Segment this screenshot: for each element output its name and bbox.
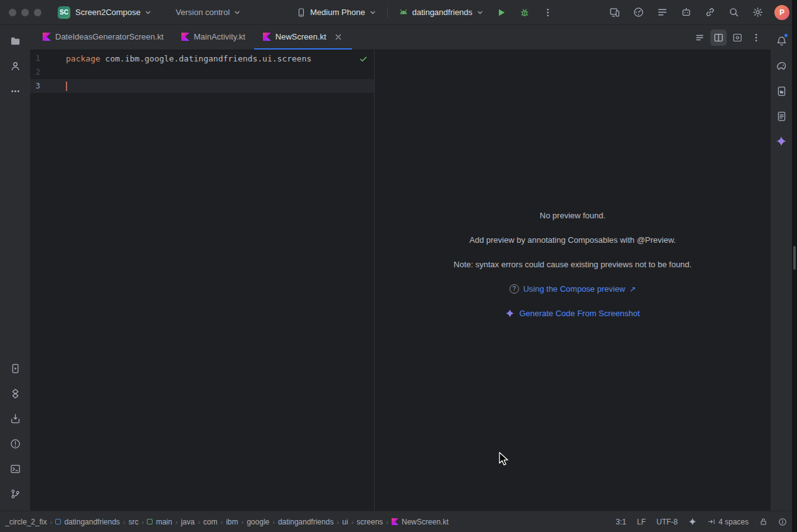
- breadcrumb-separator: ›: [351, 518, 354, 526]
- breadcrumb-item[interactable]: java: [181, 518, 195, 526]
- more-run-actions-button[interactable]: [537, 3, 559, 22]
- settings-button[interactable]: [747, 3, 768, 22]
- terminal-tool-button[interactable]: [4, 458, 26, 479]
- code-text: com.ibm.google.datingandfriends.ui.scree…: [100, 54, 312, 63]
- tab-mainactivity[interactable]: MainActivity.kt: [173, 25, 254, 50]
- inspections-status-button[interactable]: [359, 55, 368, 63]
- bug-icon: [520, 8, 530, 18]
- tab-label: NewScreen.kt: [275, 32, 326, 41]
- zoom-window-button[interactable]: [34, 9, 41, 16]
- code-lines-icon: [695, 33, 705, 43]
- run-configuration-selector[interactable]: datingandfriends: [393, 4, 489, 21]
- encoding-widget[interactable]: UTF-8: [656, 518, 678, 526]
- design-view-button[interactable]: [729, 29, 746, 46]
- running-devices-button[interactable]: [604, 3, 625, 22]
- ide-status-widget[interactable]: [778, 518, 787, 526]
- kebab-icon: [751, 33, 761, 43]
- device-explorer-tool-button[interactable]: [771, 80, 792, 102]
- line-number[interactable]: 1: [30, 54, 40, 63]
- gemini-star-icon: [776, 136, 787, 147]
- breadcrumb-item[interactable]: _circle_2_fix: [5, 518, 47, 526]
- generate-code-from-screenshot-link[interactable]: Generate Code From Screenshot: [505, 309, 639, 318]
- breadcrumb-item[interactable]: com: [203, 518, 218, 526]
- tab-dateideasgeneratorscreen[interactable]: DateIdeasGeneratorScreen.kt: [34, 25, 173, 50]
- indent-icon: [707, 518, 715, 526]
- editor-split: 1 package com.ibm.google.datingandfriend…: [30, 50, 771, 511]
- breadcrumb-label: screens: [356, 518, 383, 526]
- editor-tab-bar: DateIdeasGeneratorScreen.kt MainActivity…: [30, 25, 771, 50]
- device-manager-tool-button[interactable]: [771, 105, 792, 127]
- android-app-icon: [398, 8, 409, 18]
- line-number[interactable]: 2: [30, 68, 40, 77]
- code-view-button[interactable]: [692, 29, 708, 46]
- line-number[interactable]: 3: [30, 82, 40, 90]
- ai-assistant-button[interactable]: [675, 3, 697, 22]
- kebab-icon: [543, 8, 553, 18]
- breadcrumb-item[interactable]: datingandfriends: [55, 518, 120, 526]
- breadcrumb-item[interactable]: ibm: [226, 518, 238, 526]
- close-tab-button[interactable]: [333, 32, 343, 42]
- more-tool-windows-button[interactable]: [4, 80, 26, 102]
- breadcrumb-item[interactable]: datingandfriends: [278, 518, 334, 526]
- status-bar: _circle_2_fix › datingandfriends › src ›…: [0, 511, 797, 532]
- gemini-tool-button[interactable]: [771, 130, 792, 152]
- sparkle-icon: [688, 518, 697, 526]
- split-view-button[interactable]: [710, 29, 727, 46]
- project-badge: SC: [58, 6, 70, 19]
- notifications-button[interactable]: [771, 30, 792, 51]
- run-button[interactable]: [491, 3, 512, 22]
- toolbar-divider: [387, 7, 388, 18]
- project-selector[interactable]: Screen2Compose: [70, 4, 157, 20]
- breadcrumb-item[interactable]: main: [147, 518, 172, 526]
- breadcrumb-item-file[interactable]: NewScreen.kt: [392, 518, 449, 526]
- editor-options-button[interactable]: [748, 29, 764, 46]
- scrollbar-thumb[interactable]: [793, 246, 796, 270]
- build-variants-tool-button[interactable]: [4, 383, 26, 404]
- breadcrumb-item[interactable]: ui: [342, 518, 348, 526]
- debug-button[interactable]: [514, 3, 535, 22]
- readonly-toggle[interactable]: [759, 518, 768, 526]
- code-keyword: package: [66, 54, 100, 63]
- docs-link-label: Using the Compose preview: [523, 284, 626, 294]
- status-widgets: 3:1 LF UTF-8 4 spaces: [616, 518, 787, 526]
- profiler-button[interactable]: [628, 3, 649, 22]
- ai-status-widget[interactable]: [688, 518, 697, 526]
- gradle-tool-button[interactable]: [771, 55, 792, 77]
- generate-link-label: Generate Code From Screenshot: [519, 309, 639, 318]
- device-selector[interactable]: Medium Phone: [291, 4, 381, 21]
- help-icon: ?: [510, 284, 519, 294]
- code-editor[interactable]: 1 package com.ibm.google.datingandfriend…: [30, 50, 374, 511]
- version-control-menu[interactable]: Version control: [171, 4, 246, 20]
- compose-preview-docs-link[interactable]: ? Using the Compose preview ↗: [510, 284, 636, 294]
- logcat-button[interactable]: [651, 3, 673, 22]
- breadcrumb-separator: ›: [272, 518, 275, 526]
- breadcrumb-label: datingandfriends: [278, 518, 334, 526]
- person-icon: [10, 61, 21, 72]
- minimize-window-button[interactable]: [21, 9, 29, 16]
- breadcrumb-separator: ›: [123, 518, 126, 526]
- user-avatar[interactable]: P: [774, 5, 789, 20]
- project-tool-button[interactable]: [4, 30, 26, 51]
- ellipsis-icon: [10, 86, 21, 97]
- app-quality-insights-tool-button[interactable]: [4, 408, 26, 429]
- problems-tool-button[interactable]: [4, 433, 26, 454]
- caret-position-widget[interactable]: 3:1: [616, 518, 626, 526]
- split-rectangle-icon: [714, 33, 724, 43]
- indent-widget[interactable]: 4 spaces: [707, 518, 749, 526]
- collaboration-tool-button[interactable]: [4, 55, 26, 77]
- breadcrumb-label: datingandfriends: [64, 518, 120, 526]
- tab-newscreen[interactable]: NewScreen.kt: [254, 25, 352, 50]
- link-button[interactable]: [699, 3, 720, 22]
- check-icon: [359, 55, 368, 63]
- version-control-tool-button[interactable]: [4, 483, 26, 504]
- close-window-button[interactable]: [9, 9, 16, 16]
- running-devices-tool-button[interactable]: [4, 358, 26, 379]
- line-ending-widget[interactable]: LF: [637, 518, 646, 526]
- breadcrumb-item[interactable]: screens: [356, 518, 383, 526]
- breadcrumb-item[interactable]: google: [247, 518, 269, 526]
- search-everywhere-button[interactable]: [723, 3, 744, 22]
- phone-play-icon: [10, 363, 21, 374]
- breadcrumb-item[interactable]: src: [129, 518, 139, 526]
- kotlin-file-icon: [392, 518, 398, 525]
- compose-preview-pane: No preview found. Add preview by annotat…: [375, 50, 771, 511]
